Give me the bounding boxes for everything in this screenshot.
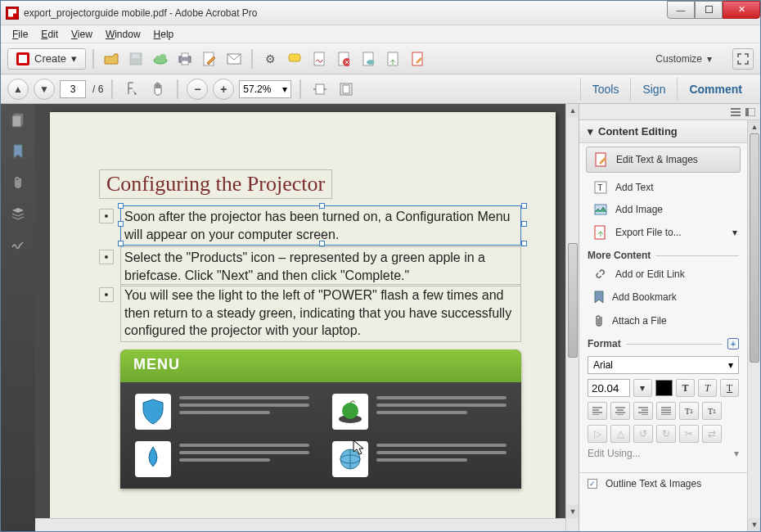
zoom-in-button[interactable]: + — [213, 79, 234, 100]
format-add-button[interactable]: + — [727, 338, 739, 349]
edit-text-images-item[interactable]: Edit Text & Images — [586, 147, 741, 173]
signatures-icon[interactable] — [10, 237, 26, 253]
add-image-item[interactable]: Add Image — [579, 199, 747, 220]
bookmark-icon[interactable] — [10, 143, 26, 160]
replace-button[interactable]: ⇄ — [702, 425, 722, 443]
zoom-select[interactable]: 57.2% ▾ — [239, 80, 291, 98]
select-tool-icon[interactable] — [121, 79, 142, 100]
outline-label: Outline Text & Images — [606, 478, 701, 489]
save-icon[interactable] — [125, 48, 146, 70]
menu-window[interactable]: Window — [99, 27, 147, 42]
flip-v-button[interactable]: △ — [610, 425, 630, 443]
selection-handle[interactable] — [118, 241, 124, 246]
zoom-out-button[interactable]: − — [187, 79, 208, 100]
selection-handle[interactable] — [118, 221, 124, 227]
paragraph-1-selected[interactable]: Soon after the projector has been turned… — [120, 205, 521, 246]
rotate-ccw-button[interactable]: ↺ — [633, 425, 653, 443]
open-icon[interactable] — [101, 48, 122, 70]
create-button[interactable]: Create ▾ — [7, 48, 86, 70]
italic-button[interactable]: T — [698, 379, 717, 397]
align-left-button[interactable] — [588, 402, 607, 420]
print-icon[interactable] — [174, 48, 196, 70]
edit-using-label[interactable]: Edit Using... — [588, 448, 731, 459]
cloud-icon[interactable] — [150, 48, 171, 70]
selection-handle[interactable] — [521, 221, 527, 227]
nav-toolbar: ▲ ▼ / 6 − + 57.2% ▾ Tools Sign Comment — [1, 74, 760, 104]
page-number-input[interactable] — [60, 80, 86, 98]
comment-link[interactable]: Comment — [677, 78, 754, 101]
menu-view[interactable]: View — [65, 27, 99, 42]
menu-file[interactable]: File — [6, 27, 34, 42]
attachment-icon[interactable] — [10, 174, 26, 191]
doc-edit-icon[interactable] — [407, 48, 428, 70]
fullscreen-button[interactable] — [732, 48, 754, 70]
maximize-button[interactable] — [695, 1, 723, 19]
minimize-button[interactable]: — — [667, 1, 695, 19]
crop-button[interactable]: ✂ — [679, 425, 699, 443]
content-editing-section[interactable]: ▾ Content Editing — [579, 120, 747, 143]
font-color-swatch[interactable] — [655, 380, 673, 396]
menu-help[interactable]: Help — [147, 27, 181, 42]
align-right-button[interactable] — [633, 402, 653, 420]
align-center-button[interactable] — [610, 402, 630, 420]
paragraph-2[interactable]: Select the "Products" icon – represented… — [120, 246, 521, 286]
gear-icon[interactable]: ⚙ — [259, 48, 281, 70]
outline-checkbox[interactable]: ✓ — [588, 479, 597, 489]
sign-doc-icon[interactable] — [308, 48, 330, 70]
font-size-input[interactable] — [588, 379, 630, 397]
underline-button[interactable]: T — [720, 379, 739, 397]
menu-edit[interactable]: Edit — [34, 27, 65, 42]
close-button[interactable]: ✕ — [723, 1, 760, 19]
mail-icon[interactable] — [223, 48, 245, 70]
subscript-button[interactable]: T1 — [702, 402, 722, 420]
panel-menu-icon[interactable] — [731, 108, 741, 116]
tools-link[interactable]: Tools — [580, 78, 631, 101]
delete-doc-icon[interactable] — [333, 48, 354, 70]
page-up-button[interactable]: ▲ — [7, 79, 29, 100]
layers-icon[interactable] — [10, 205, 26, 222]
add-bookmark-item[interactable]: Add Bookmark — [579, 286, 747, 309]
add-text-item[interactable]: T Add Text — [579, 176, 747, 199]
paragraph-3[interactable]: You will see the light to the left of "P… — [120, 284, 521, 342]
scroll-up-arrow[interactable]: ▲ — [566, 104, 579, 117]
horizontal-scrollbar[interactable] — [35, 518, 565, 531]
selection-handle[interactable] — [118, 203, 124, 209]
outline-checkbox-row[interactable]: ✓ Outline Text & Images — [579, 472, 747, 494]
selection-handle[interactable] — [521, 241, 527, 246]
edit-doc-icon[interactable] — [199, 48, 220, 70]
section-label: Content Editing — [598, 125, 678, 138]
add-link-item[interactable]: Add or Edit Link — [579, 263, 747, 286]
bold-button[interactable]: T — [676, 379, 695, 397]
bullet-2: • — [99, 250, 114, 264]
fit-width-icon[interactable] — [309, 79, 331, 100]
embedded-menu-image[interactable]: MENU — [120, 349, 521, 489]
pages-thumb-icon[interactable] — [10, 112, 26, 128]
superscript-button[interactable]: T1 — [679, 402, 699, 420]
font-family-select[interactable]: Arial ▾ — [588, 356, 739, 374]
page-down-button[interactable]: ▼ — [34, 79, 55, 100]
vertical-scrollbar[interactable]: ▲ ▼ — [565, 104, 579, 531]
document-viewport[interactable]: Configuring the Projector • Soon after t… — [35, 104, 579, 531]
selection-handle[interactable] — [521, 203, 527, 209]
panel-collapse-icon[interactable] — [745, 108, 755, 116]
comment-icon[interactable] — [284, 48, 305, 70]
font-size-caret[interactable]: ▾ — [633, 379, 652, 397]
panel-scroll-thumb[interactable] — [750, 133, 759, 363]
align-justify-button[interactable] — [656, 402, 676, 420]
heading-text[interactable]: Configuring the Projector — [99, 169, 332, 199]
customize-button[interactable]: Customize ▾ — [646, 49, 721, 69]
scroll-down-arrow[interactable]: ▼ — [566, 505, 579, 518]
scroll-thumb[interactable] — [568, 243, 578, 358]
panel-scrollbar[interactable]: ▲ ▼ — [747, 120, 760, 531]
export-file-item[interactable]: Export File to... ▾ — [579, 220, 747, 245]
selection-handle[interactable] — [319, 203, 325, 209]
doc-share-icon[interactable] — [382, 48, 403, 70]
attach-file-item[interactable]: Attach a File — [579, 309, 747, 333]
rotate-cw-button[interactable]: ↻ — [656, 425, 676, 443]
selection-handle[interactable] — [319, 241, 325, 246]
flip-h-button[interactable]: ▷ — [588, 425, 607, 443]
hand-tool-icon[interactable] — [147, 79, 169, 100]
doc-cloud-icon[interactable] — [358, 48, 379, 70]
sign-link[interactable]: Sign — [630, 78, 677, 101]
fit-page-icon[interactable] — [335, 79, 357, 100]
